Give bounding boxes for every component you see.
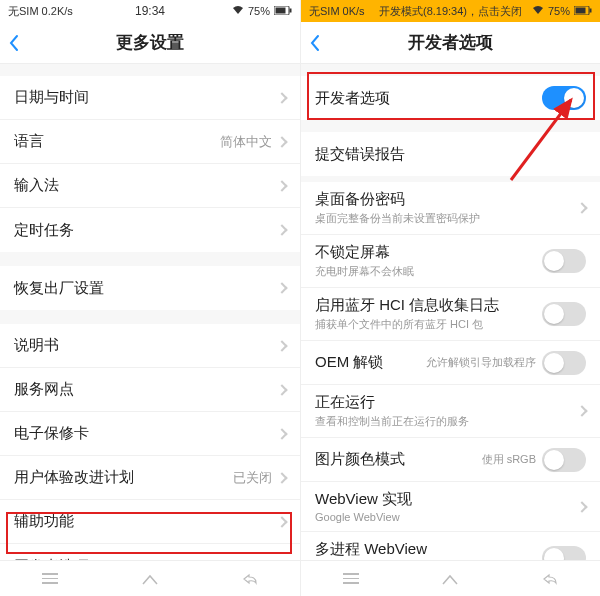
chevron-right-icon [576, 405, 587, 416]
row-accessibility[interactable]: 辅助功能 [0, 500, 300, 544]
page-title: 更多设置 [116, 31, 184, 54]
chevron-right-icon [276, 224, 287, 235]
nav-home-icon[interactable] [140, 569, 160, 589]
row-bt-hci[interactable]: 启用蓝牙 HCI 信息收集日志 捕获单个文件中的所有蓝牙 HCI 包 [301, 288, 600, 341]
row-timer[interactable]: 定时任务 [0, 208, 300, 252]
phone-right-developer-options: 无SIM 0K/s 开发模式(8.19:34)，点击关闭 75% 开发者选项 开… [300, 0, 600, 596]
header-bar: 更多设置 [0, 22, 300, 64]
nav-back-icon[interactable] [240, 569, 260, 589]
toggle-multi-webview[interactable] [542, 546, 586, 560]
battery-percent: 75% [248, 5, 270, 17]
row-backup-password[interactable]: 桌面备份密码 桌面完整备份当前未设置密码保护 [301, 182, 600, 235]
status-bar-devmode[interactable]: 无SIM 0K/s 开发模式(8.19:34)，点击关闭 75% [301, 0, 600, 22]
row-multiprocess-webview[interactable]: 多进程 WebView 单独运行 WebView 渲染程序 [301, 532, 600, 560]
row-stay-awake[interactable]: 不锁定屏幕 充电时屏幕不会休眠 [301, 235, 600, 288]
back-button[interactable] [8, 22, 20, 64]
row-webview-impl[interactable]: WebView 实现 Google WebView [301, 482, 600, 532]
row-ime[interactable]: 输入法 [0, 164, 300, 208]
nav-menu-icon[interactable] [341, 569, 361, 589]
nav-home-icon[interactable] [440, 569, 460, 589]
chevron-right-icon [276, 180, 287, 191]
row-service[interactable]: 服务网点 [0, 368, 300, 412]
row-datetime[interactable]: 日期与时间 [0, 76, 300, 120]
sim-status: 无SIM 0K/s [309, 4, 365, 19]
page-title: 开发者选项 [408, 31, 493, 54]
svg-rect-1 [276, 8, 286, 14]
chevron-right-icon [276, 428, 287, 439]
chevron-right-icon [276, 340, 287, 351]
toggle-oem-unlock[interactable] [542, 351, 586, 375]
row-developer-options[interactable]: 开发者选项 [0, 544, 300, 560]
devmode-banner: 开发模式(8.19:34)，点击关闭 [379, 4, 522, 19]
developer-list: 开发者选项 提交错误报告 桌面备份密码 桌面完整备份当前未设置密码保护 [301, 64, 600, 560]
nav-bar [0, 560, 300, 596]
row-factory-reset[interactable]: 恢复出厂设置 [0, 266, 300, 310]
row-warranty[interactable]: 电子保修卡 [0, 412, 300, 456]
status-time: 19:34 [135, 4, 165, 18]
toggle-developer-options[interactable] [542, 86, 586, 110]
battery-icon [274, 5, 292, 17]
status-bar: 无SIM 0.2K/s 19:34 75% [0, 0, 300, 22]
wifi-icon [232, 5, 244, 17]
row-ux-plan[interactable]: 用户体验改进计划 已关闭 [0, 456, 300, 500]
toggle-stay-awake[interactable] [542, 249, 586, 273]
chevron-right-icon [276, 136, 287, 147]
nav-back-icon[interactable] [540, 569, 560, 589]
chevron-right-icon [276, 384, 287, 395]
svg-rect-5 [590, 9, 592, 13]
row-bugreport[interactable]: 提交错误报告 [301, 132, 600, 176]
chevron-right-icon [576, 202, 587, 213]
row-language[interactable]: 语言 简体中文 [0, 120, 300, 164]
battery-percent: 75% [548, 5, 570, 17]
wifi-icon [532, 5, 544, 17]
nav-menu-icon[interactable] [40, 569, 60, 589]
back-button[interactable] [309, 22, 321, 64]
row-developer-toggle[interactable]: 开发者选项 [301, 76, 600, 120]
battery-icon [574, 5, 592, 17]
nav-bar [301, 560, 600, 596]
chevron-right-icon [276, 516, 287, 527]
toggle-bt-hci[interactable] [542, 302, 586, 326]
settings-list: 日期与时间 语言 简体中文 输入法 定时任务 恢复出厂设置 [0, 64, 300, 560]
row-oem-unlock[interactable]: OEM 解锁 允许解锁引导加载程序 [301, 341, 600, 385]
chevron-right-icon [576, 501, 587, 512]
sim-status: 无SIM 0.2K/s [8, 4, 73, 19]
row-manual[interactable]: 说明书 [0, 324, 300, 368]
row-color-mode[interactable]: 图片颜色模式 使用 sRGB [301, 438, 600, 482]
toggle-color-mode[interactable] [542, 448, 586, 472]
phone-left-more-settings: 无SIM 0.2K/s 19:34 75% 更多设置 日期与时间 [0, 0, 300, 596]
row-running-services[interactable]: 正在运行 查看和控制当前正在运行的服务 [301, 385, 600, 438]
header-bar: 开发者选项 [301, 22, 600, 64]
chevron-right-icon [276, 472, 287, 483]
svg-rect-2 [290, 9, 292, 13]
chevron-right-icon [276, 92, 287, 103]
svg-rect-4 [576, 8, 586, 14]
chevron-right-icon [276, 282, 287, 293]
